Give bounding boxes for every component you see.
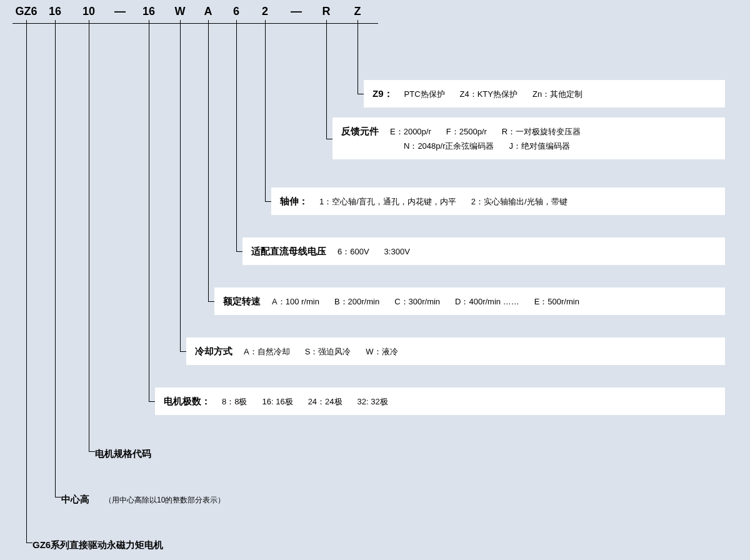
option-value: J：绝对值编码器 [509, 141, 570, 151]
option-value: E：500r/min [534, 297, 579, 306]
field-label: 中心高 [61, 494, 89, 504]
connector-line [180, 351, 186, 352]
option-value: D：400r/min …… [455, 297, 519, 306]
code-segment: R [322, 5, 331, 18]
field-label: 电机规格代码 [95, 448, 151, 459]
connector-line [149, 23, 149, 401]
option-value: R：一对极旋转变压器 [502, 127, 581, 136]
option-value: 1：空心轴/盲孔，通孔，内花键，内平 [319, 197, 456, 206]
option-value: 32: 32极 [358, 397, 388, 406]
code-segment: 2 [262, 5, 268, 18]
description-box: Z9：PTC热保护Z4：KTY热保护Zn：其他定制 [364, 80, 725, 108]
code-segment: — [114, 5, 126, 18]
field-label: 电机极数： [164, 396, 211, 406]
field-label: 额定转速 [223, 296, 261, 306]
option-value: W：液冷 [366, 347, 398, 356]
field-label: 适配直流母线电压 [251, 246, 326, 256]
connector-line [326, 139, 332, 139]
connector-line [265, 23, 266, 201]
description-box: 电机极数：8：8极16: 16极24：24极32: 32极 [155, 388, 725, 415]
connector-line [236, 23, 237, 251]
code-segment: GZ6 [15, 5, 37, 18]
field-label: 冷却方式 [195, 346, 232, 356]
connector-line [326, 23, 327, 139]
option-value: 6：600V [338, 247, 369, 256]
description-box: 冷却方式A：自然冷却S：强迫风冷W：液冷 [186, 338, 725, 365]
field-label: 反馈元件 [341, 126, 379, 136]
connector-line [89, 451, 95, 452]
option-value: E：2000p/r [390, 127, 431, 136]
option-value: 8：8极 [222, 397, 247, 406]
description-box: 中心高（用中心高除以10的整数部分表示） [61, 488, 725, 511]
description-box: 轴伸：1：空心轴/盲孔，通孔，内花键，内平2：实心轴输出/光轴，带键 [271, 188, 725, 215]
connector-line [55, 497, 61, 498]
description-box: 电机规格代码 [95, 442, 725, 465]
code-segment: Z [354, 5, 361, 18]
code-segment: 6 [233, 5, 239, 18]
option-value: 3:300V [384, 247, 410, 256]
code-segment: 16 [49, 5, 61, 18]
description-box: 额定转速A：100 r/minB：200r/minC：300r/minD：400… [214, 288, 725, 315]
option-value: C：300r/min [394, 297, 440, 306]
field-label: 轴伸： [280, 196, 308, 206]
baseline [12, 23, 378, 24]
connector-line [236, 251, 242, 252]
description-box: 反馈元件E：2000p/rF：2500p/rR：一对极旋转变压器N：2048p/… [332, 118, 725, 159]
code-segment: A [204, 5, 212, 18]
option-value: 2：实心轴输出/光轴，带键 [471, 197, 568, 206]
connector-line [180, 23, 181, 351]
option-value: S：强迫风冷 [305, 347, 351, 356]
option-value: Zn：其他定制 [532, 89, 582, 99]
field-label: GZ6系列直接驱动永磁力矩电机 [32, 539, 163, 550]
connector-line [208, 301, 214, 302]
description-box: GZ6系列直接驱动永磁力矩电机 [32, 534, 725, 556]
connector-line [265, 201, 271, 202]
code-segment: — [291, 5, 302, 18]
connector-line [89, 23, 89, 451]
connector-line [149, 401, 155, 402]
code-segment: 16 [142, 5, 155, 18]
option-value: PTC热保护 [404, 89, 445, 99]
option-value: A：自然冷却 [244, 347, 290, 356]
connector-line [358, 23, 358, 94]
option-value: B：200r/min [334, 297, 379, 306]
connector-line [55, 23, 56, 497]
connector-line [26, 23, 27, 542]
field-label: Z9： [372, 88, 393, 99]
field-sublabel: （用中心高除以10的整数部分表示） [104, 496, 225, 504]
option-value: N：2048p/r正余弦编码器 [404, 141, 494, 151]
option-value: 16: 16极 [262, 397, 292, 406]
description-box: 适配直流母线电压6：600V3:300V [242, 238, 725, 265]
option-value: A：100 r/min [272, 297, 319, 306]
option-value: 24：24极 [308, 397, 342, 406]
connector-line [208, 23, 209, 301]
option-value: Z4：KTY热保护 [460, 89, 518, 99]
connector-line [26, 542, 32, 543]
option-value: F：2500p/r [446, 127, 487, 136]
connector-line [358, 94, 364, 94]
code-segment: 10 [82, 5, 95, 18]
code-segment: W [175, 5, 186, 18]
